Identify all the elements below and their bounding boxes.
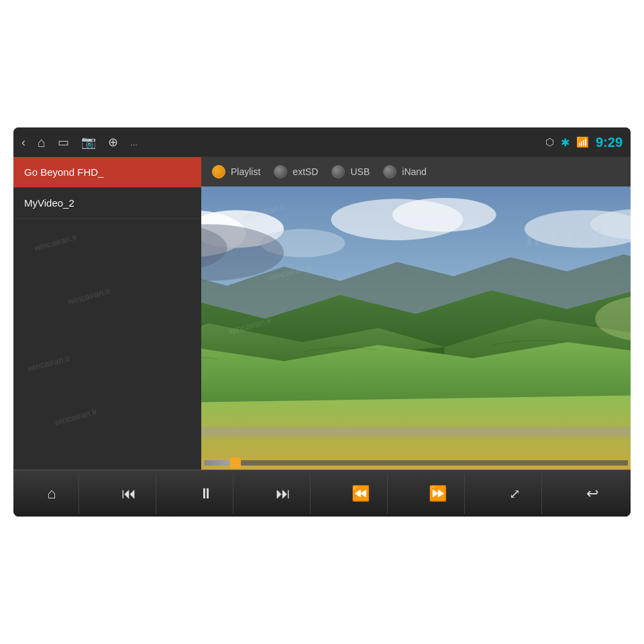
status-bar-left: ‹ ⌂ ▭ 📷 ⊕ ... xyxy=(21,135,535,150)
svg-point-5 xyxy=(392,198,496,232)
device-frame: ‹ ⌂ ▭ 📷 ⊕ ... ⬡ ✱ 📶 9:29 Go Beyond FHD_ … xyxy=(13,127,631,517)
video-panel: Playlist extSD USB iNand xyxy=(201,157,631,470)
rewind-button[interactable]: ⏪ xyxy=(334,474,388,514)
bluetooth-icon: ✱ xyxy=(561,136,570,149)
tab-playlist[interactable]: Playlist xyxy=(212,165,260,178)
playlist-item-1[interactable]: MyVideo_2 xyxy=(13,188,201,219)
dot-extsd xyxy=(274,165,287,178)
wifi-icon: 📶 xyxy=(576,136,589,148)
tab-inand-label: iNand xyxy=(402,166,427,177)
back-ctrl-icon: ↩ xyxy=(586,485,598,502)
bag-icon[interactable]: ⊕ xyxy=(108,135,118,150)
watermark-4: wincairan.ir xyxy=(53,407,98,428)
fullscreen-button[interactable]: ⤢ xyxy=(488,474,542,514)
source-tabs: Playlist extSD USB iNand xyxy=(201,157,631,186)
video-progress-thumb[interactable] xyxy=(230,458,241,468)
dot-inand xyxy=(383,165,396,178)
next-button[interactable]: ⏭ xyxy=(257,474,311,514)
status-bar-right: ⬡ ✱ 📶 9:29 xyxy=(545,135,623,150)
tab-extsd[interactable]: extSD xyxy=(274,165,318,178)
home-ctrl-icon: ⌂ xyxy=(47,485,56,502)
camera-icon[interactable]: 📷 xyxy=(81,135,96,150)
watermark-1: wincairan.ir xyxy=(33,232,78,254)
prev-button[interactable]: ⏮ xyxy=(103,474,156,514)
back-ctrl-button[interactable]: ↩ xyxy=(566,474,619,514)
tab-playlist-label: Playlist xyxy=(231,166,260,177)
status-bar: ‹ ⌂ ▭ 📷 ⊕ ... ⬡ ✱ 📶 9:29 xyxy=(13,127,631,157)
video-thumbnail: wincairan.ir wincairan.ir wincairan.ir i… xyxy=(201,186,631,470)
fastforward-icon: ⏩ xyxy=(429,485,447,502)
home-button[interactable]: ⌂ xyxy=(25,474,79,514)
tab-usb-label: USB xyxy=(350,166,370,177)
watermark-2: wincairan.ir xyxy=(66,286,111,307)
pause-icon: ⏸ xyxy=(199,485,213,502)
watermark-3: wincairan.ir xyxy=(26,353,71,374)
recent-icon[interactable]: ▭ xyxy=(58,135,69,150)
prev-icon: ⏮ xyxy=(121,485,136,502)
dot-playlist xyxy=(212,165,225,178)
video-progress-bar[interactable] xyxy=(204,460,628,466)
control-bar: ⌂ ⏮ ⏸ ⏭ ⏪ ⏩ ⤢ ↩ xyxy=(13,470,631,517)
video-area[interactable]: wincairan.ir wincairan.ir wincairan.ir i… xyxy=(201,186,631,470)
landscape-svg xyxy=(201,186,631,470)
svg-rect-18 xyxy=(201,434,631,439)
main-content: Go Beyond FHD_ MyVideo_2 wincairan.ir wi… xyxy=(13,157,631,470)
playlist-item-0[interactable]: Go Beyond FHD_ xyxy=(13,157,201,188)
playlist-panel: Go Beyond FHD_ MyVideo_2 wincairan.ir wi… xyxy=(13,157,201,470)
tab-inand[interactable]: iNand xyxy=(383,165,427,178)
back-icon[interactable]: ‹ xyxy=(21,136,25,150)
home-icon[interactable]: ⌂ xyxy=(38,135,46,150)
next-icon: ⏭ xyxy=(276,485,290,502)
dot-usb xyxy=(331,165,345,178)
more-icon[interactable]: ... xyxy=(130,138,138,148)
video-progress-fill xyxy=(204,460,238,466)
cast-icon: ⬡ xyxy=(545,136,554,148)
clock: 9:29 xyxy=(596,135,623,150)
fullscreen-icon: ⤢ xyxy=(509,486,521,502)
pause-button[interactable]: ⏸ xyxy=(180,474,233,514)
fastforward-button[interactable]: ⏩ xyxy=(411,474,465,514)
tab-usb[interactable]: USB xyxy=(331,165,370,178)
tab-extsd-label: extSD xyxy=(292,166,318,177)
rewind-icon: ⏪ xyxy=(352,485,370,502)
